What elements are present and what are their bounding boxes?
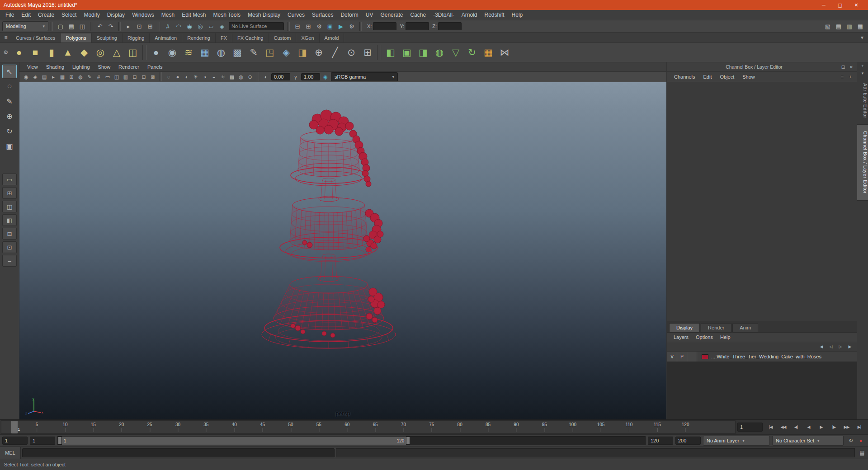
- shelf-overflow-icon[interactable]: ▾: [857, 33, 867, 42]
- step-forward-frame-button[interactable]: |▶: [828, 422, 840, 432]
- layer-editor-menu-item[interactable]: Help: [717, 334, 734, 340]
- layer-editor-tab[interactable]: Render: [701, 323, 731, 332]
- manipulator-icon[interactable]: +: [846, 73, 854, 81]
- snap-curve-icon[interactable]: ◠: [173, 21, 184, 31]
- reduce-icon[interactable]: ▽: [448, 44, 464, 61]
- lasso-tool[interactable]: ◌: [2, 80, 17, 93]
- exposure-field[interactable]: 0.00: [271, 73, 290, 80]
- new-scene-icon[interactable]: ▢: [55, 21, 66, 31]
- menu-item[interactable]: -3DtoAll-: [429, 10, 458, 20]
- multi-cut-icon[interactable]: ╱: [327, 44, 343, 61]
- lock-camera-icon[interactable]: ◈: [31, 72, 40, 81]
- playback-range-bar[interactable]: 1 120: [58, 437, 410, 445]
- bridge-icon[interactable]: ◨: [294, 44, 311, 61]
- poly-platonic-icon[interactable]: ◆: [76, 44, 92, 61]
- open-scene-icon[interactable]: ▤: [66, 21, 77, 31]
- channel-settings-icon[interactable]: ≡: [838, 73, 846, 81]
- shelf-tab[interactable]: Polygons: [61, 33, 91, 42]
- move-tool[interactable]: ⊕: [2, 109, 17, 123]
- anim-layer-dropdown[interactable]: No Anim Layer ▾: [703, 436, 770, 446]
- menu-item[interactable]: Curves: [284, 10, 308, 20]
- select-component-icon[interactable]: ⊞: [145, 21, 156, 31]
- menu-item[interactable]: Mesh Display: [244, 10, 284, 20]
- animation-start-field[interactable]: 1: [2, 437, 28, 445]
- smooth-mesh-icon[interactable]: ●: [148, 44, 164, 61]
- layer-new-icon[interactable]: ▶: [846, 344, 854, 349]
- poly-cone-icon[interactable]: ▲: [60, 44, 76, 61]
- remesh-icon[interactable]: ◍: [213, 44, 229, 61]
- close-icon[interactable]: ✕: [847, 65, 855, 70]
- popout-icon[interactable]: ⊡: [839, 65, 847, 70]
- 2d-pan-zoom-icon[interactable]: ⊞: [67, 72, 76, 81]
- menu-item[interactable]: Generate: [377, 10, 406, 20]
- shelf-tab[interactable]: Animation: [150, 33, 182, 42]
- layer-color-swatch[interactable]: [702, 354, 708, 359]
- gamma-field[interactable]: 1.00: [301, 73, 320, 80]
- boolean-icon[interactable]: ⊕: [311, 44, 327, 61]
- script-editor-icon[interactable]: ▤: [856, 450, 868, 456]
- image-plane-icon[interactable]: ▦: [58, 72, 67, 81]
- oversample-icon[interactable]: ◍: [76, 72, 85, 81]
- panel-menu-item[interactable]: Shading: [42, 64, 68, 70]
- poly-torus-icon[interactable]: ◎: [92, 44, 108, 61]
- two-pane-layout-button[interactable]: ◫: [2, 201, 17, 212]
- quad-draw-icon[interactable]: ⊞: [359, 44, 376, 61]
- channel-list-area[interactable]: [667, 82, 857, 321]
- grid-toggle-icon[interactable]: #: [94, 72, 103, 81]
- command-output-field[interactable]: [336, 448, 855, 457]
- safe-action-icon[interactable]: ⊡: [139, 72, 148, 81]
- combine-icon[interactable]: ▣: [399, 44, 415, 61]
- layer-editor-menu-item[interactable]: Layers: [670, 334, 692, 340]
- shelf-tab[interactable]: Arnold: [320, 33, 344, 42]
- ipr-render-icon[interactable]: ▶: [335, 21, 346, 31]
- retopologize-icon[interactable]: ▩: [229, 44, 245, 61]
- render-settings-icon[interactable]: ⚙: [346, 21, 357, 31]
- step-back-key-button[interactable]: ◀◀: [777, 422, 789, 432]
- snap-view-plane-icon[interactable]: ▱: [206, 21, 217, 31]
- checker-map-icon[interactable]: ▦: [480, 44, 496, 61]
- shelf-tab[interactable]: Rendering: [182, 33, 216, 42]
- ao-icon[interactable]: ◒: [209, 72, 218, 81]
- go-to-end-button[interactable]: ▶|: [853, 422, 865, 432]
- panel-menu-item[interactable]: Show: [94, 64, 115, 70]
- character-set-dropdown[interactable]: No Character Set ▾: [772, 436, 844, 446]
- menuset-dropdown[interactable]: Modeling ▾: [2, 21, 48, 31]
- z-coordinate-input[interactable]: [438, 22, 462, 30]
- x-coordinate-input[interactable]: [373, 22, 396, 30]
- select-camera-icon[interactable]: ◉: [22, 72, 31, 81]
- mirror-icon[interactable]: ◧: [382, 44, 399, 61]
- step-forward-key-button[interactable]: ▶▶: [840, 422, 853, 432]
- poly-pyramid-icon[interactable]: △: [108, 44, 125, 61]
- use-all-lights-icon[interactable]: ☀: [191, 72, 200, 81]
- toggle-channel-box-icon[interactable]: ▦: [855, 21, 866, 31]
- select-tool[interactable]: ↖: [2, 65, 17, 78]
- play-forwards-button[interactable]: ▶: [815, 422, 827, 432]
- menu-item[interactable]: Edit Mesh: [178, 10, 209, 20]
- four-pane-layout-button[interactable]: ⊞: [2, 187, 17, 199]
- extrude-icon[interactable]: ◳: [262, 44, 278, 61]
- menu-item[interactable]: Mesh: [158, 10, 178, 20]
- isolate-select-icon[interactable]: ⊙: [245, 72, 255, 81]
- animation-end-field[interactable]: 200: [675, 437, 701, 445]
- layer-solo-icon[interactable]: ◀: [818, 344, 825, 349]
- toggle-tool-settings-icon[interactable]: ▤: [833, 21, 844, 31]
- poly-cylinder-icon[interactable]: ▮: [43, 44, 60, 61]
- panel-menu-item[interactable]: View: [23, 64, 42, 70]
- auto-key-icon[interactable]: ●: [856, 437, 866, 444]
- panel-menu-item[interactable]: Renderer: [114, 64, 143, 70]
- field-chart-icon[interactable]: ⊟: [130, 72, 139, 81]
- snap-projected-center-icon[interactable]: ◎: [195, 21, 206, 31]
- menu-item[interactable]: Redshift: [481, 10, 508, 20]
- current-frame-field[interactable]: 1: [737, 423, 763, 432]
- current-frame-marker[interactable]: 1: [11, 421, 17, 433]
- grease-pencil-icon[interactable]: ✎: [85, 72, 94, 81]
- rotate-tool[interactable]: ↻: [2, 124, 17, 138]
- menu-item[interactable]: Create: [34, 10, 58, 20]
- make-live-icon[interactable]: ◈: [217, 21, 227, 31]
- menu-item[interactable]: Cache: [406, 10, 429, 20]
- paint-select-tool[interactable]: ✎: [2, 94, 17, 108]
- channel-box-menu-item[interactable]: Channels: [670, 74, 699, 80]
- menu-item[interactable]: Mesh Tools: [210, 10, 244, 20]
- panel-menu-item[interactable]: Panels: [143, 64, 167, 70]
- playback-start-field[interactable]: 1: [30, 437, 55, 445]
